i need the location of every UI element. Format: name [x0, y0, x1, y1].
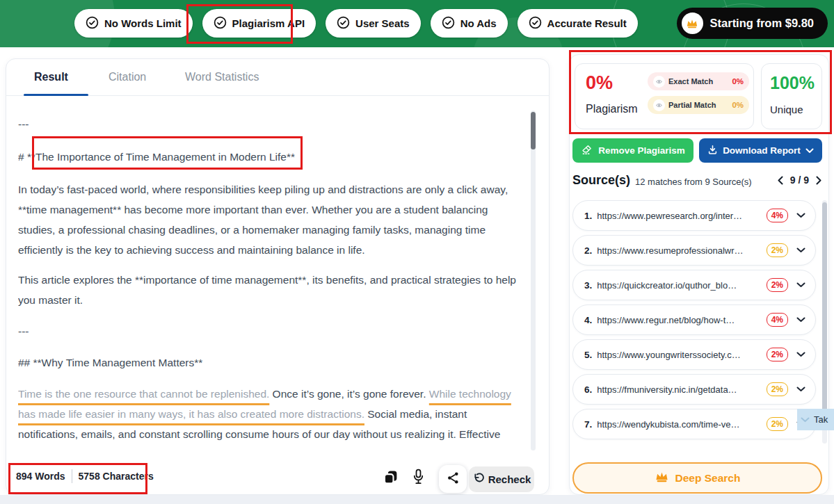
- word-character-count: 894 Words 5758 Characters: [16, 469, 154, 483]
- source-percent-badge: 2%: [767, 382, 788, 396]
- check-circle-icon: [214, 16, 227, 31]
- chevron-down-icon[interactable]: [796, 352, 805, 357]
- plagiarism-report-panel: 0% Plagiarism Exact Match 0% Partial Mat…: [569, 54, 829, 495]
- heading-prefix: # **: [18, 151, 35, 163]
- tab-result[interactable]: Result: [34, 71, 68, 83]
- deep-search-button[interactable]: Deep Search: [572, 462, 822, 494]
- source-row[interactable]: 7. https://wendykubista.com/time-ve… 2%: [572, 409, 816, 439]
- sources-subtitle: 12 matches from 9 Source(s): [635, 177, 752, 187]
- document-viewer[interactable]: --- # **The Importance of Time Managemen…: [18, 105, 526, 440]
- plagiarism-percent: 0%: [586, 72, 613, 94]
- pricing-label: Starting from $9.80: [710, 17, 814, 30]
- source-row[interactable]: 3. https://quickcreator.io/quthor_blo… 2…: [572, 270, 816, 300]
- page-background-strip: [0, 495, 834, 504]
- document-heading1: # **The Importance of Time Management in…: [18, 147, 526, 167]
- badge-label: No Ads: [460, 17, 497, 29]
- eraser-icon: [581, 144, 593, 158]
- sources-scrollbar-thumb[interactable]: [822, 202, 827, 421]
- source-row[interactable]: 2. https://www.resumeprofessionalwr… 2%: [572, 235, 816, 266]
- source-row[interactable]: 6. https://fmuniversity.nic.in/getdata… …: [572, 374, 816, 405]
- check-circle-icon: [529, 16, 542, 31]
- source-url: https://www.pewresearch.org/inter…: [597, 211, 742, 221]
- pagination-text: 9 / 9: [790, 174, 809, 186]
- tab-citation[interactable]: Citation: [109, 71, 146, 83]
- pricing-button[interactable]: Starting from $9.80: [677, 8, 828, 39]
- source-percent-badge: 4%: [767, 209, 788, 222]
- word-count: 894 Words: [16, 471, 65, 482]
- partial-match-pill[interactable]: Partial Match 0%: [648, 96, 749, 114]
- plagiarism-label: Plagiarism: [586, 103, 638, 115]
- plagiarism-stats-card: 0% Plagiarism Exact Match 0% Partial Mat…: [575, 63, 754, 129]
- source-percent-badge: 4%: [767, 313, 788, 327]
- unique-stats-card: 100% Unique: [761, 63, 822, 129]
- tabs-row: Result Citation Word Statistics: [6, 59, 549, 96]
- copy-icon[interactable]: [382, 468, 399, 486]
- chevron-down-icon[interactable]: [796, 387, 805, 392]
- source-row[interactable]: 1. https://www.pewresearch.org/inter… 4%: [572, 200, 816, 231]
- unique-percent: 100%: [770, 73, 815, 93]
- chevron-down-icon[interactable]: [796, 213, 805, 218]
- plain-text: Once it’s gone, it’s gone forever.: [269, 388, 428, 400]
- source-number: 7.: [584, 419, 592, 430]
- check-circle-icon: [337, 16, 350, 31]
- sources-title: Source(s): [572, 173, 630, 188]
- badge-no-words-limit: No Words Limit: [74, 9, 193, 38]
- source-row[interactable]: 4. https://www.regur.net/blog/how-t… 4%: [572, 304, 816, 335]
- partial-match-value: 0%: [732, 101, 744, 109]
- tab-word-statistics[interactable]: Word Statistics: [185, 71, 259, 83]
- document-paragraph: In today’s fast-paced world, where respo…: [18, 179, 526, 260]
- source-number: 5.: [584, 350, 592, 360]
- source-url: https://fmuniversity.nic.in/getdata…: [597, 384, 737, 395]
- chevron-right-icon[interactable]: [816, 176, 821, 185]
- badge-label: No Words Limit: [104, 17, 182, 29]
- exact-match-pill[interactable]: Exact Match 0%: [648, 72, 749, 90]
- chevron-down-icon[interactable]: [796, 282, 805, 288]
- share-button[interactable]: [439, 465, 467, 493]
- sources-list: 1. https://www.pewresearch.org/inter… 4%…: [572, 200, 816, 444]
- source-url: https://quickcreator.io/quthor_blo…: [597, 280, 737, 291]
- source-number: 6.: [584, 384, 592, 395]
- character-count: 5758 Characters: [79, 471, 154, 482]
- active-tab-underline: [24, 94, 88, 96]
- sources-pagination: 9 / 9: [778, 174, 821, 186]
- remove-plagiarism-button[interactable]: Remove Plagiarism: [572, 138, 693, 163]
- download-report-label: Download Report: [723, 145, 801, 156]
- document-scrollbar-track[interactable]: [531, 111, 536, 450]
- plain-text-clipped: notifications, emails, and constant scro…: [18, 428, 500, 440]
- chevron-down-icon[interactable]: [796, 247, 805, 253]
- feature-badges: No Words Limit Plagiarism API User Seats…: [74, 9, 638, 38]
- chevron-left-icon[interactable]: [778, 176, 783, 185]
- source-tooltip: Tak: [797, 409, 834, 430]
- heading-boxed-text: The Importance of Time Management in Mod…: [35, 151, 295, 163]
- document-paragraph: Time is the one resource that cannot be …: [18, 384, 526, 440]
- remove-plagiarism-label: Remove Plagiarism: [598, 145, 685, 156]
- chevron-down-icon[interactable]: [796, 317, 805, 323]
- partial-match-label: Partial Match: [668, 101, 716, 109]
- recheck-button[interactable]: Recheck: [469, 466, 534, 492]
- source-url: https://wendykubista.com/time-ve…: [597, 419, 739, 430]
- download-report-button[interactable]: Download Report: [699, 138, 822, 163]
- tooltip-text: Tak: [814, 414, 828, 425]
- source-url: https://www.regur.net/blog/how-t…: [597, 315, 735, 325]
- eye-icon: [653, 76, 665, 88]
- document-scrollbar-thumb[interactable]: [531, 112, 536, 149]
- plain-text: Social media, instant: [364, 408, 467, 420]
- recheck-label: Recheck: [488, 473, 531, 485]
- count-divider: [72, 469, 72, 483]
- source-number: 1.: [584, 211, 592, 221]
- source-url: https://www.youngwriterssociety.c…: [597, 350, 740, 360]
- markdown-divider: ---: [18, 321, 526, 341]
- chevron-down-icon: [805, 145, 814, 156]
- plagiarism-checker-app: { "header": { "badges": [ { "label": "No…: [0, 0, 834, 504]
- exact-match-label: Exact Match: [668, 77, 713, 86]
- source-row[interactable]: 5. https://www.youngwriterssociety.c… 2%: [572, 339, 816, 370]
- matched-text-highlight[interactable]: Time is the one resource that cannot be …: [18, 388, 269, 400]
- badge-no-ads: No Ads: [431, 9, 508, 38]
- source-number: 4.: [584, 315, 592, 325]
- crown-icon: [655, 471, 669, 485]
- crown-icon: [682, 13, 703, 34]
- source-percent-badge: 2%: [767, 417, 788, 431]
- microphone-icon[interactable]: [410, 468, 426, 486]
- markdown-divider: ---: [18, 105, 526, 134]
- top-banner: No Words Limit Plagiarism API User Seats…: [0, 0, 834, 47]
